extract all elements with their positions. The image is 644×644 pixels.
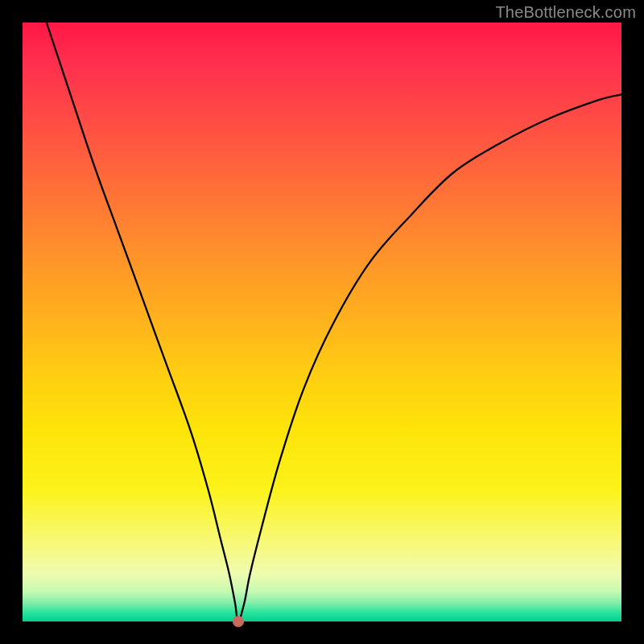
chart-frame: TheBottleneck.com [0, 0, 644, 644]
minimum-marker [233, 616, 244, 627]
watermark-text: TheBottleneck.com [495, 3, 636, 22]
bottleneck-curve [23, 23, 621, 621]
plot-area [23, 23, 621, 621]
